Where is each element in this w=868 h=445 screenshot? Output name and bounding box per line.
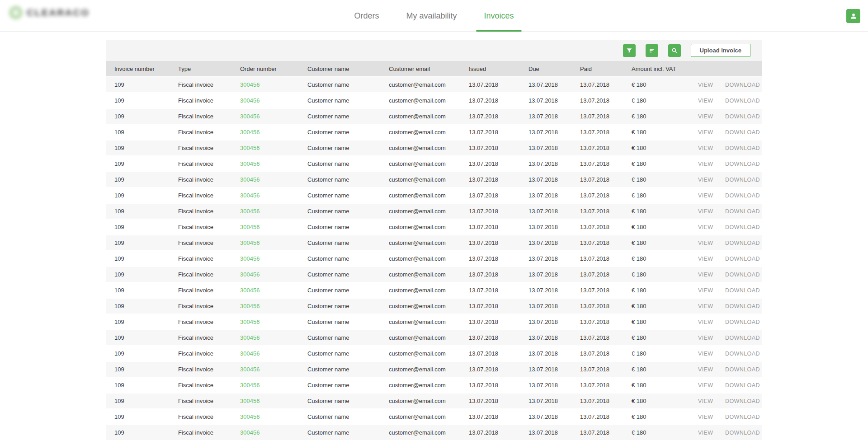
view-link[interactable]: VIEW xyxy=(698,351,713,357)
user-account-button[interactable] xyxy=(846,9,860,23)
order-number-link[interactable]: 300456 xyxy=(240,145,259,151)
search-button[interactable] xyxy=(668,44,681,57)
view-link[interactable]: VIEW xyxy=(698,287,713,294)
view-link[interactable]: VIEW xyxy=(698,208,713,215)
cell-customer_email: customer@email.com xyxy=(381,172,461,187)
download-link[interactable]: DOWNLOAD xyxy=(725,224,760,230)
cell-order_number: 300456 xyxy=(232,187,299,203)
download-link[interactable]: DOWNLOAD xyxy=(725,161,760,167)
view-link[interactable]: VIEW xyxy=(698,145,713,151)
view-link[interactable]: VIEW xyxy=(698,240,713,246)
download-link[interactable]: DOWNLOAD xyxy=(725,414,760,420)
download-link[interactable]: DOWNLOAD xyxy=(725,177,760,183)
download-link[interactable]: DOWNLOAD xyxy=(725,240,760,246)
cell-download-action: DOWNLOAD xyxy=(720,298,762,314)
download-link[interactable]: DOWNLOAD xyxy=(725,351,760,357)
view-link[interactable]: VIEW xyxy=(698,177,713,183)
view-link[interactable]: VIEW xyxy=(698,382,713,389)
download-link[interactable]: DOWNLOAD xyxy=(725,192,760,199)
cell-customer_name: Customer name xyxy=(299,140,381,156)
view-link[interactable]: VIEW xyxy=(698,414,713,420)
upload-invoice-button[interactable]: Upload invoice xyxy=(691,44,750,57)
download-link[interactable]: DOWNLOAD xyxy=(725,366,760,373)
order-number-link[interactable]: 300456 xyxy=(240,224,259,230)
filter-icon xyxy=(626,47,633,54)
download-link[interactable]: DOWNLOAD xyxy=(725,82,760,88)
download-link[interactable]: DOWNLOAD xyxy=(725,208,760,215)
view-link[interactable]: VIEW xyxy=(698,256,713,262)
view-link[interactable]: VIEW xyxy=(698,303,713,309)
view-link[interactable]: VIEW xyxy=(698,98,713,104)
download-link[interactable]: DOWNLOAD xyxy=(725,256,760,262)
cell-order_number: 300456 xyxy=(232,298,299,314)
cell-order_number: 300456 xyxy=(232,330,299,346)
order-number-link[interactable]: 300456 xyxy=(240,113,259,120)
download-link[interactable]: DOWNLOAD xyxy=(725,145,760,151)
order-number-link[interactable]: 300456 xyxy=(240,271,259,278)
cell-download-action: DOWNLOAD xyxy=(720,219,762,235)
download-link[interactable]: DOWNLOAD xyxy=(725,272,760,278)
view-link[interactable]: VIEW xyxy=(698,82,713,88)
order-number-link[interactable]: 300456 xyxy=(240,350,259,357)
order-number-link[interactable]: 300456 xyxy=(240,129,259,136)
view-link[interactable]: VIEW xyxy=(698,272,713,278)
view-link[interactable]: VIEW xyxy=(698,224,713,230)
order-number-link[interactable]: 300456 xyxy=(240,255,259,262)
cell-paid: 13.07.2018 xyxy=(572,187,623,203)
tab-orders[interactable]: Orders xyxy=(342,0,391,32)
order-number-link[interactable]: 300456 xyxy=(240,208,259,215)
order-number-link[interactable]: 300456 xyxy=(240,192,259,199)
column-header-download-actions xyxy=(720,61,762,77)
download-link[interactable]: DOWNLOAD xyxy=(725,430,760,436)
order-number-link[interactable]: 300456 xyxy=(240,366,259,373)
order-number-link[interactable]: 300456 xyxy=(240,239,259,246)
view-link[interactable]: VIEW xyxy=(698,398,713,404)
cell-invoice_number: 109 xyxy=(106,156,170,172)
tab-my-availability[interactable]: My availability xyxy=(394,0,468,32)
download-link[interactable]: DOWNLOAD xyxy=(725,129,760,136)
order-number-link[interactable]: 300456 xyxy=(240,287,259,294)
view-link[interactable]: VIEW xyxy=(698,129,713,136)
cell-customer_name: Customer name xyxy=(299,108,381,124)
cell-issued: 13.07.2018 xyxy=(461,346,520,361)
order-number-link[interactable]: 300456 xyxy=(240,398,259,404)
download-link[interactable]: DOWNLOAD xyxy=(725,303,760,309)
download-link[interactable]: DOWNLOAD xyxy=(725,98,760,104)
sort-button[interactable] xyxy=(646,44,658,57)
tab-invoices[interactable]: Invoices xyxy=(472,0,526,32)
download-link[interactable]: DOWNLOAD xyxy=(725,398,760,404)
order-number-link[interactable]: 300456 xyxy=(240,176,259,183)
order-number-link[interactable]: 300456 xyxy=(240,413,259,420)
cell-issued: 13.07.2018 xyxy=(461,124,520,140)
download-link[interactable]: DOWNLOAD xyxy=(725,113,760,120)
cell-download-action: DOWNLOAD xyxy=(720,361,762,377)
order-number-link[interactable]: 300456 xyxy=(240,160,259,167)
order-number-link[interactable]: 300456 xyxy=(240,429,259,436)
cell-invoice_number: 109 xyxy=(106,298,170,314)
cell-type: Fiscal invoice xyxy=(170,108,232,124)
download-link[interactable]: DOWNLOAD xyxy=(725,287,760,294)
order-number-link[interactable]: 300456 xyxy=(240,303,259,309)
view-link[interactable]: VIEW xyxy=(698,335,713,341)
view-link[interactable]: VIEW xyxy=(698,430,713,436)
order-number-link[interactable]: 300456 xyxy=(240,81,259,88)
order-number-link[interactable]: 300456 xyxy=(240,97,259,104)
view-link[interactable]: VIEW xyxy=(698,366,713,373)
view-link[interactable]: VIEW xyxy=(698,161,713,167)
cell-order_number: 300456 xyxy=(232,361,299,377)
download-link[interactable]: DOWNLOAD xyxy=(725,319,760,325)
view-link[interactable]: VIEW xyxy=(698,319,713,325)
download-link[interactable]: DOWNLOAD xyxy=(725,335,760,341)
view-link[interactable]: VIEW xyxy=(698,192,713,199)
app-logo[interactable]: CLEARACO xyxy=(9,6,90,19)
order-number-link[interactable]: 300456 xyxy=(240,319,259,325)
view-link[interactable]: VIEW xyxy=(698,113,713,120)
table-row: 109Fiscal invoice300456Customer namecust… xyxy=(106,187,762,203)
order-number-link[interactable]: 300456 xyxy=(240,382,259,389)
filter-button[interactable] xyxy=(623,44,636,57)
cell-type: Fiscal invoice xyxy=(170,156,232,172)
cell-customer_email: customer@email.com xyxy=(381,393,461,409)
download-link[interactable]: DOWNLOAD xyxy=(725,382,760,389)
cell-amount: € 180 xyxy=(623,393,693,409)
order-number-link[interactable]: 300456 xyxy=(240,334,259,341)
